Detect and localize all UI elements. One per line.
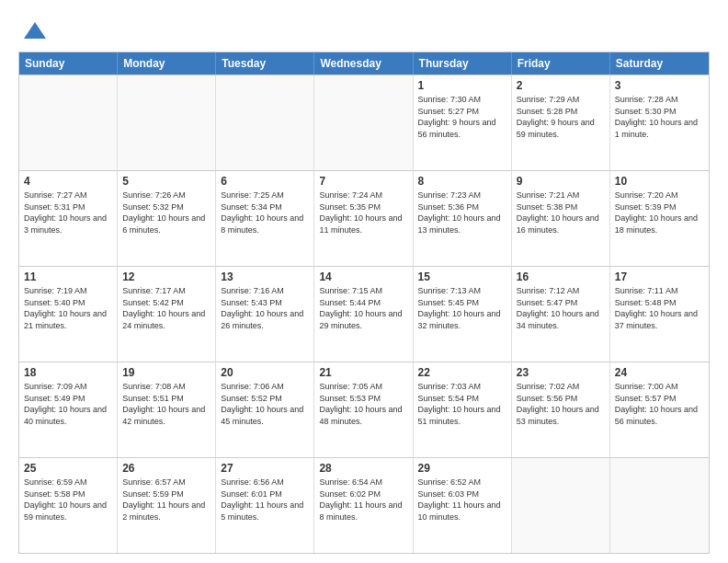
- day-info: Sunrise: 7:28 AMSunset: 5:30 PMDaylight:…: [615, 94, 704, 140]
- calendar-cell: 8Sunrise: 7:23 AMSunset: 5:36 PMDaylight…: [414, 171, 512, 266]
- calendar-cell: [314, 75, 413, 170]
- day-info: Sunrise: 7:00 AMSunset: 5:57 PMDaylight:…: [615, 381, 704, 427]
- calendar-cell: 25Sunrise: 6:59 AMSunset: 5:58 PMDayligh…: [19, 458, 118, 553]
- calendar-cell: 24Sunrise: 7:00 AMSunset: 5:57 PMDayligh…: [610, 362, 709, 457]
- calendar-row-5: 25Sunrise: 6:59 AMSunset: 5:58 PMDayligh…: [19, 457, 709, 553]
- day-number: 28: [319, 462, 407, 475]
- day-info: Sunrise: 7:26 AMSunset: 5:32 PMDaylight:…: [122, 190, 210, 236]
- day-number: 21: [319, 366, 407, 379]
- day-header-tuesday: Tuesday: [216, 52, 314, 75]
- day-number: 24: [615, 366, 704, 379]
- day-header-sunday: Sunday: [19, 52, 118, 75]
- svg-marker-0: [24, 22, 46, 39]
- day-info: Sunrise: 7:23 AMSunset: 5:36 PMDaylight:…: [418, 190, 506, 236]
- day-number: 16: [517, 270, 605, 283]
- day-info: Sunrise: 7:29 AMSunset: 5:28 PMDaylight:…: [517, 94, 605, 140]
- day-number: 25: [24, 462, 112, 475]
- day-number: 26: [122, 462, 210, 475]
- day-number: 7: [319, 175, 407, 188]
- day-header-friday: Friday: [512, 52, 610, 75]
- day-info: Sunrise: 7:13 AMSunset: 5:45 PMDaylight:…: [418, 285, 506, 331]
- calendar-cell: 7Sunrise: 7:24 AMSunset: 5:35 PMDaylight…: [314, 171, 413, 266]
- day-info: Sunrise: 7:27 AMSunset: 5:31 PMDaylight:…: [24, 190, 112, 236]
- day-info: Sunrise: 7:19 AMSunset: 5:40 PMDaylight:…: [24, 285, 112, 331]
- calendar-cell: [512, 458, 610, 553]
- day-number: 2: [517, 79, 605, 92]
- calendar-cell: 10Sunrise: 7:20 AMSunset: 5:39 PMDayligh…: [610, 171, 709, 266]
- day-info: Sunrise: 7:03 AMSunset: 5:54 PMDaylight:…: [418, 381, 506, 427]
- day-info: Sunrise: 7:08 AMSunset: 5:51 PMDaylight:…: [122, 381, 210, 427]
- calendar-cell: 14Sunrise: 7:15 AMSunset: 5:44 PMDayligh…: [314, 267, 413, 362]
- calendar-cell: [216, 75, 314, 170]
- day-info: Sunrise: 6:56 AMSunset: 6:01 PMDaylight:…: [221, 477, 309, 523]
- day-info: Sunrise: 7:05 AMSunset: 5:53 PMDaylight:…: [319, 381, 407, 427]
- day-header-monday: Monday: [118, 52, 216, 75]
- calendar-cell: 16Sunrise: 7:12 AMSunset: 5:47 PMDayligh…: [512, 267, 610, 362]
- calendar-cell: 6Sunrise: 7:25 AMSunset: 5:34 PMDaylight…: [216, 171, 314, 266]
- calendar-cell: 17Sunrise: 7:11 AMSunset: 5:48 PMDayligh…: [610, 267, 709, 362]
- calendar-row-3: 11Sunrise: 7:19 AMSunset: 5:40 PMDayligh…: [19, 266, 709, 362]
- day-number: 13: [221, 270, 309, 283]
- day-info: Sunrise: 7:24 AMSunset: 5:35 PMDaylight:…: [319, 190, 407, 236]
- day-info: Sunrise: 7:06 AMSunset: 5:52 PMDaylight:…: [221, 381, 309, 427]
- day-info: Sunrise: 7:20 AMSunset: 5:39 PMDaylight:…: [615, 190, 704, 236]
- day-number: 14: [319, 270, 407, 283]
- day-info: Sunrise: 7:30 AMSunset: 5:27 PMDaylight:…: [418, 94, 506, 140]
- day-info: Sunrise: 7:12 AMSunset: 5:47 PMDaylight:…: [517, 285, 605, 331]
- calendar-cell: 5Sunrise: 7:26 AMSunset: 5:32 PMDaylight…: [118, 171, 216, 266]
- day-info: Sunrise: 6:57 AMSunset: 5:59 PMDaylight:…: [122, 477, 210, 523]
- page-header: [18, 15, 710, 44]
- calendar-cell: [19, 75, 118, 170]
- day-number: 6: [221, 175, 309, 188]
- calendar-cell: 1Sunrise: 7:30 AMSunset: 5:27 PMDaylight…: [414, 75, 512, 170]
- day-header-saturday: Saturday: [610, 52, 709, 75]
- day-number: 9: [517, 175, 605, 188]
- day-number: 3: [615, 79, 704, 92]
- day-number: 12: [122, 270, 210, 283]
- day-info: Sunrise: 7:21 AMSunset: 5:38 PMDaylight:…: [517, 190, 605, 236]
- day-info: Sunrise: 7:16 AMSunset: 5:43 PMDaylight:…: [221, 285, 309, 331]
- calendar-cell: 28Sunrise: 6:54 AMSunset: 6:02 PMDayligh…: [314, 458, 413, 553]
- day-number: 11: [24, 270, 112, 283]
- day-number: 8: [418, 175, 506, 188]
- calendar-cell: 13Sunrise: 7:16 AMSunset: 5:43 PMDayligh…: [216, 267, 314, 362]
- day-number: 20: [221, 366, 309, 379]
- calendar-row-4: 18Sunrise: 7:09 AMSunset: 5:49 PMDayligh…: [19, 362, 709, 457]
- calendar-header: SundayMondayTuesdayWednesdayThursdayFrid…: [19, 52, 709, 75]
- day-number: 4: [24, 175, 112, 188]
- calendar-cell: 26Sunrise: 6:57 AMSunset: 5:59 PMDayligh…: [118, 458, 216, 553]
- calendar-cell: 23Sunrise: 7:02 AMSunset: 5:56 PMDayligh…: [512, 362, 610, 457]
- day-number: 1: [418, 79, 506, 92]
- calendar-cell: 20Sunrise: 7:06 AMSunset: 5:52 PMDayligh…: [216, 362, 314, 457]
- calendar-cell: 9Sunrise: 7:21 AMSunset: 5:38 PMDaylight…: [512, 171, 610, 266]
- calendar-cell: 3Sunrise: 7:28 AMSunset: 5:30 PMDaylight…: [610, 75, 709, 170]
- calendar-cell: 12Sunrise: 7:17 AMSunset: 5:42 PMDayligh…: [118, 267, 216, 362]
- day-number: 19: [122, 366, 210, 379]
- calendar-cell: [610, 458, 709, 553]
- calendar-cell: 2Sunrise: 7:29 AMSunset: 5:28 PMDaylight…: [512, 75, 610, 170]
- day-info: Sunrise: 6:59 AMSunset: 5:58 PMDaylight:…: [24, 477, 112, 523]
- day-number: 18: [24, 366, 112, 379]
- day-info: Sunrise: 7:17 AMSunset: 5:42 PMDaylight:…: [122, 285, 210, 331]
- day-number: 27: [221, 462, 309, 475]
- day-number: 5: [122, 175, 210, 188]
- calendar-row-1: 1Sunrise: 7:30 AMSunset: 5:27 PMDaylight…: [19, 75, 709, 170]
- day-number: 17: [615, 270, 704, 283]
- calendar-row-2: 4Sunrise: 7:27 AMSunset: 5:31 PMDaylight…: [19, 170, 709, 266]
- calendar-cell: 15Sunrise: 7:13 AMSunset: 5:45 PMDayligh…: [414, 267, 512, 362]
- calendar-cell: 22Sunrise: 7:03 AMSunset: 5:54 PMDayligh…: [414, 362, 512, 457]
- calendar: SundayMondayTuesdayWednesdayThursdayFrid…: [18, 52, 710, 554]
- day-info: Sunrise: 7:11 AMSunset: 5:48 PMDaylight:…: [615, 285, 704, 331]
- calendar-cell: 27Sunrise: 6:56 AMSunset: 6:01 PMDayligh…: [216, 458, 314, 553]
- day-header-thursday: Thursday: [414, 52, 512, 75]
- day-info: Sunrise: 7:09 AMSunset: 5:49 PMDaylight:…: [24, 381, 112, 427]
- calendar-body: 1Sunrise: 7:30 AMSunset: 5:27 PMDaylight…: [19, 75, 709, 553]
- day-number: 15: [418, 270, 506, 283]
- day-info: Sunrise: 7:15 AMSunset: 5:44 PMDaylight:…: [319, 285, 407, 331]
- day-number: 10: [615, 175, 704, 188]
- day-number: 23: [517, 366, 605, 379]
- calendar-cell: 21Sunrise: 7:05 AMSunset: 5:53 PMDayligh…: [314, 362, 413, 457]
- day-header-wednesday: Wednesday: [314, 52, 413, 75]
- day-info: Sunrise: 7:25 AMSunset: 5:34 PMDaylight:…: [221, 190, 309, 236]
- calendar-cell: 18Sunrise: 7:09 AMSunset: 5:49 PMDayligh…: [19, 362, 118, 457]
